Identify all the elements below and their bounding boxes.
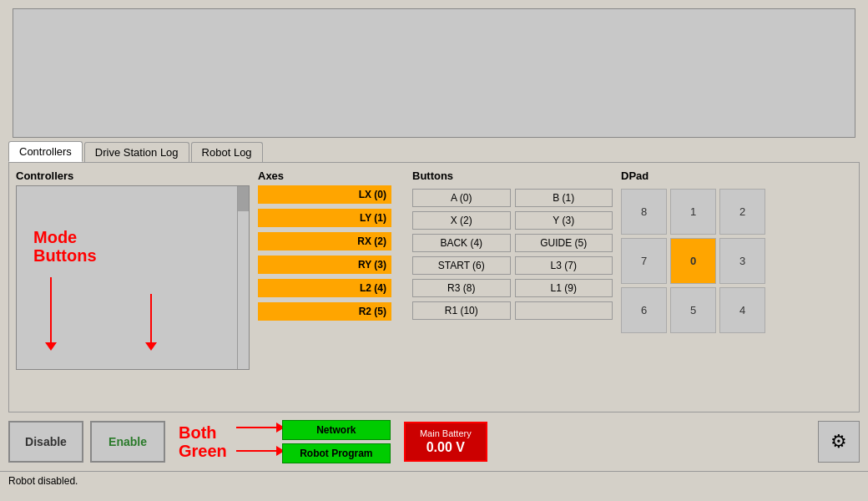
bottom-bar: Disable Enable BothGreen Network Robot P… xyxy=(0,412,868,471)
gear-icon: ⚙ xyxy=(830,431,847,453)
button-y: Y (3) xyxy=(515,211,613,230)
controllers-section: Controllers ModeButtons xyxy=(16,170,250,370)
dpad-cell-3: 3 xyxy=(719,238,765,284)
button-back: BACK (4) xyxy=(412,234,511,252)
battery-title: Main Battery xyxy=(414,428,477,438)
status-text: Robot disabled. xyxy=(8,475,78,487)
button-b: B (1) xyxy=(515,189,613,207)
battery-value: 0.00 V xyxy=(414,440,477,455)
dpad-cell-4: 4 xyxy=(719,287,765,333)
arrow-to-disable xyxy=(50,277,52,344)
robot-program-arrow xyxy=(236,450,278,452)
buttons-grid: A (0) B (1) X (2) Y (3) BACK (4) GUIDE (… xyxy=(412,189,613,320)
network-arrow xyxy=(236,427,278,428)
button-start: START (6) xyxy=(412,256,511,275)
dpad-cell-0: 0 xyxy=(670,238,716,284)
axis-row-ry: RY (3) xyxy=(258,256,404,274)
dpad-label: DPad xyxy=(621,170,852,182)
scrollbar-thumb[interactable] xyxy=(238,186,249,211)
axis-bar-rx: RX (2) xyxy=(258,232,391,250)
axis-row-l2: L2 (4) xyxy=(258,279,404,297)
arrow-to-enable xyxy=(150,294,152,344)
axis-row-r2: R2 (5) xyxy=(258,302,404,321)
axis-bar-ry: RY (3) xyxy=(258,256,391,274)
dpad-cell-6: 6 xyxy=(621,287,667,333)
dpad-cell-5: 5 xyxy=(670,287,716,333)
network-status: Network xyxy=(282,420,391,440)
button-guide: GUIDE (5) xyxy=(515,234,613,252)
buttons-label: Buttons xyxy=(412,170,613,182)
axis-bar-l2: L2 (4) xyxy=(258,279,391,297)
button-a: A (0) xyxy=(412,189,511,207)
dpad-cell-7: 7 xyxy=(621,238,667,284)
button-l1: L1 (9) xyxy=(515,279,613,297)
axis-row-rx: RX (2) xyxy=(258,232,404,250)
dpad-grid: 8 1 2 7 0 3 6 5 4 xyxy=(621,189,852,333)
both-green-annotation: BothGreen xyxy=(179,423,227,460)
dpad-cell-2: 2 xyxy=(719,189,765,235)
tab-controllers[interactable]: Controllers xyxy=(8,141,83,162)
axis-bar-lx: LX (0) xyxy=(258,185,391,204)
disable-button[interactable]: Disable xyxy=(8,421,83,463)
controllers-scrollbar[interactable] xyxy=(237,186,249,369)
enable-button[interactable]: Enable xyxy=(90,421,165,463)
tab-robot-log[interactable]: Robot Log xyxy=(191,142,263,162)
dpad-cell-8: 8 xyxy=(621,189,667,235)
axes-section: Axes LX (0) LY (1) RX (2) RY (3) L2 (4) … xyxy=(258,170,404,370)
axis-row-lx: LX (0) xyxy=(258,185,404,204)
network-status-section: Network Robot Program xyxy=(282,420,391,463)
status-bar: Robot disabled. xyxy=(0,471,868,491)
main-battery-panel: Main Battery 0.00 V xyxy=(404,422,487,462)
button-empty xyxy=(515,301,613,320)
button-r1: R1 (10) xyxy=(412,301,511,320)
tab-drive-station-log[interactable]: Drive Station Log xyxy=(84,142,189,162)
button-l3: L3 (7) xyxy=(515,256,613,275)
button-x: X (2) xyxy=(412,211,511,230)
axis-bar-r2: R2 (5) xyxy=(258,302,391,321)
controllers-list: ModeButtons xyxy=(16,185,250,370)
controllers-label: Controllers xyxy=(16,170,250,182)
axis-row-ly: LY (1) xyxy=(258,209,404,227)
tabs-bar: Controllers Drive Station Log Robot Log xyxy=(0,138,868,162)
dpad-section: DPad 8 1 2 7 0 3 6 5 4 xyxy=(621,170,852,370)
dpad-cell-1: 1 xyxy=(670,189,716,235)
buttons-section: Buttons A (0) B (1) X (2) Y (3) BACK (4)… xyxy=(412,170,613,370)
robot-program-status: Robot Program xyxy=(282,443,391,463)
mode-buttons-annotation: ModeButtons xyxy=(33,228,97,265)
main-panel: Controllers ModeButtons Axes LX (0) LY (… xyxy=(8,162,860,412)
button-r3: R3 (8) xyxy=(412,279,511,297)
settings-button[interactable]: ⚙ xyxy=(818,421,860,463)
top-panel xyxy=(13,8,855,138)
axis-bar-ly: LY (1) xyxy=(258,209,391,227)
axes-label: Axes xyxy=(258,170,404,182)
